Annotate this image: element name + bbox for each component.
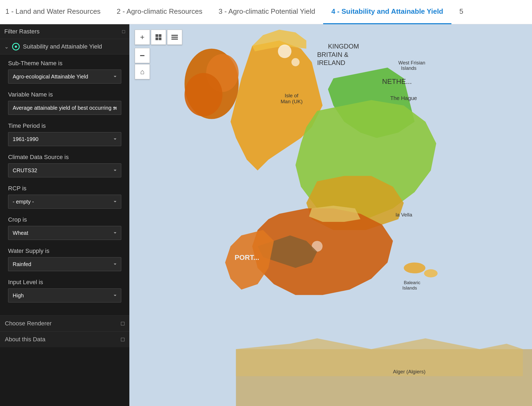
time-period-label: Time Period is [8, 122, 121, 129]
svg-point-25 [404, 263, 425, 273]
list-view-button[interactable] [167, 30, 182, 45]
svg-rect-0 [156, 34, 158, 37]
crop-group: Crop is Wheat [8, 216, 121, 240]
choose-renderer-maximize[interactable]: □ [121, 320, 125, 327]
water-supply-group: Water Supply is Rainfed [8, 247, 121, 271]
svg-marker-21 [309, 206, 361, 222]
svg-text:la Vella: la Vella [396, 212, 412, 218]
svg-text:NETHE...: NETHE... [382, 77, 412, 85]
svg-text:Isle of: Isle of [285, 93, 299, 98]
svg-rect-5 [171, 37, 178, 38]
svg-text:The Hague: The Hague [390, 95, 417, 101]
climate-source-select[interactable]: CRUTS32 [8, 163, 121, 177]
svg-text:West Frisian: West Frisian [398, 60, 425, 66]
input-level-select[interactable]: High [8, 288, 121, 302]
climate-source-label: Climate Data Source is [8, 154, 121, 161]
svg-text:Islands: Islands [401, 66, 416, 71]
crop-select[interactable]: Wheat [8, 226, 121, 240]
grid-view-button[interactable] [151, 30, 166, 45]
home-button[interactable]: ⌂ [135, 64, 150, 79]
zoom-out-button[interactable]: − [135, 48, 150, 63]
sidebar: Filter Rasters □ ⌄ Suitability and Attai… [0, 24, 129, 406]
sub-theme-label: Sub-Theme Name is [8, 60, 121, 67]
rcp-select[interactable]: - empty - [8, 195, 121, 209]
nav-item-suitability[interactable]: 4 - Suitability and Attainable Yield [323, 0, 451, 24]
svg-point-26 [424, 269, 437, 277]
theme-label: Suitability and Attainable Yield [23, 43, 102, 50]
rcp-label: RCP is [8, 185, 121, 192]
svg-rect-6 [171, 39, 178, 40]
nav-item-agro-climatic[interactable]: 2 - Agro-climatic Resources [109, 0, 210, 24]
nav-item-five[interactable]: 5 [451, 0, 471, 24]
svg-rect-1 [159, 34, 161, 37]
water-supply-label: Water Supply is [8, 247, 121, 254]
top-navigation: 1 - Land and Water Resources 2 - Agro-cl… [0, 0, 532, 24]
crop-label: Crop is [8, 216, 121, 223]
water-supply-select[interactable]: Rainfed [8, 257, 121, 271]
map-controls: + − ⌂ [135, 30, 182, 79]
svg-rect-4 [171, 35, 178, 36]
about-data-label: About this Data [5, 336, 45, 343]
svg-text:BRITAIN &: BRITAIN & [317, 51, 348, 58]
target-icon [12, 43, 20, 50]
choose-renderer-label: Choose Renderer [5, 320, 52, 327]
svg-text:Alger (Algiers): Alger (Algiers) [393, 369, 426, 374]
map-visualization[interactable]: KINGDOM BRITAIN & IRELAND Isle of Man (U… [129, 24, 532, 406]
filter-rasters-label: Filter Rasters [4, 28, 40, 35]
svg-text:PORT...: PORT... [234, 253, 259, 262]
time-period-group: Time Period is 1961-1990 [8, 122, 121, 146]
nav-item-land-water[interactable]: 1 - Land and Water Resources [5, 0, 109, 24]
nav-item-agro-potential[interactable]: 3 - Agro-climatic Potential Yield [210, 0, 323, 24]
maximize-icon[interactable]: □ [122, 29, 125, 35]
about-data-bar[interactable]: About this Data □ [0, 331, 129, 347]
sub-theme-group: Sub-Theme Name is Agro-ecological Attain… [8, 60, 121, 84]
svg-text:Man (UK): Man (UK) [281, 99, 303, 104]
svg-point-10 [185, 73, 223, 116]
expand-icon[interactable]: ⌄ [4, 43, 9, 50]
svg-rect-3 [159, 37, 161, 40]
map-area[interactable]: + − ⌂ [129, 24, 532, 406]
list-icon [171, 34, 178, 40]
main-area: Filter Rasters □ ⌄ Suitability and Attai… [0, 24, 532, 406]
svg-text:Islands: Islands [402, 285, 417, 291]
svg-rect-2 [156, 37, 158, 40]
theme-header: ⌄ Suitability and Attainable Yield [0, 39, 129, 54]
rcp-group: RCP is - empty - [8, 185, 121, 209]
svg-point-14 [291, 58, 299, 66]
choose-renderer-bar[interactable]: Choose Renderer □ [0, 315, 129, 331]
sub-theme-select[interactable]: Agro-ecological Attainable Yield [8, 70, 121, 84]
svg-text:Balearic: Balearic [404, 280, 420, 285]
climate-source-group: Climate Data Source is CRUTS32 [8, 154, 121, 177]
variable-name-label: Variable Name is [8, 91, 121, 98]
svg-text:IRELAND: IRELAND [317, 59, 345, 66]
variable-name-select[interactable]: Average attainable yield of best occurri… [8, 101, 121, 115]
about-data-maximize[interactable]: □ [121, 336, 125, 343]
input-level-label: Input Level is [8, 279, 121, 286]
filter-rasters-header: Filter Rasters □ [0, 24, 129, 39]
grid-icon [155, 33, 162, 41]
variable-name-group: Variable Name is Average attainable yiel… [8, 91, 121, 115]
zoom-in-button[interactable]: + [135, 30, 150, 45]
svg-text:KINGDOM: KINGDOM [328, 43, 359, 50]
filter-panel: Sub-Theme Name is Agro-ecological Attain… [0, 54, 129, 315]
time-period-select[interactable]: 1961-1990 [8, 132, 121, 146]
input-level-group: Input Level is High [8, 279, 121, 302]
svg-point-13 [278, 44, 291, 58]
